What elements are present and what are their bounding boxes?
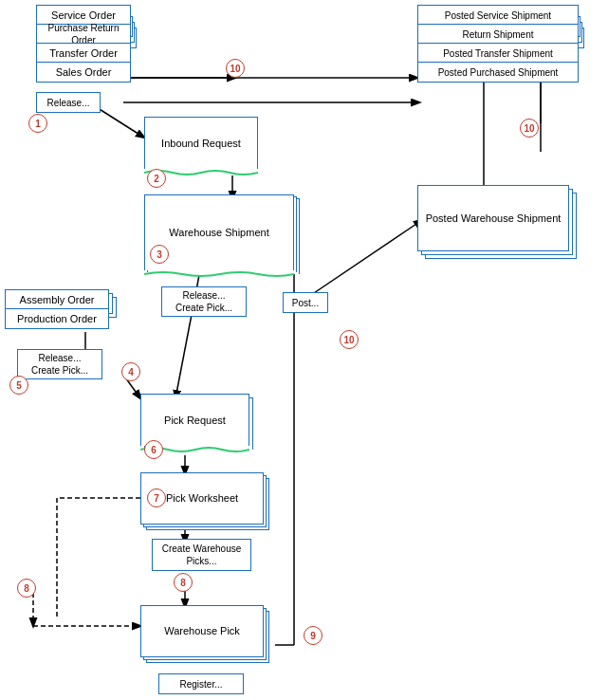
diagram: Service Order Purchase Return Order Tran…	[0, 0, 608, 700]
posted-purchased-shipment-box: Posted Purchased Shipment	[417, 62, 579, 83]
return-shipment-box: Return Shipment	[417, 24, 579, 45]
sales-order-box: Sales Order	[36, 62, 131, 83]
release-create-pick2-button[interactable]: Release... Create Pick...	[17, 349, 102, 379]
warehouse-wavy-svg	[144, 270, 294, 284]
posted-warehouse-stack: Posted Warehouse Shipment	[417, 185, 569, 251]
assembly-production-stack: Assembly Order Production Order	[5, 289, 109, 310]
circle-2: 2	[147, 169, 166, 188]
production-order-box: Production Order	[5, 308, 109, 329]
warehouse-shipment-container: Warehouse Shipment	[144, 194, 294, 284]
circle-5: 5	[9, 376, 28, 395]
release-button[interactable]: Release...	[36, 92, 101, 113]
circle-1: 1	[28, 114, 47, 133]
purchase-return-box: Purchase Return Order	[36, 24, 131, 45]
warehouse-pick-stack: Warehouse Pick	[140, 605, 264, 657]
svg-line-5	[308, 220, 422, 297]
circle-3: 3	[150, 245, 169, 264]
svg-line-2	[95, 106, 144, 138]
circle-4: 4	[121, 362, 140, 381]
posted-service-shipment-box: Posted Service Shipment	[417, 5, 579, 26]
circle-9: 9	[304, 626, 322, 645]
release-create-pick-button[interactable]: Release... Create Pick...	[161, 286, 247, 317]
posted-transfer-shipment-box: Posted Transfer Shipment	[417, 43, 579, 64]
circle-6: 6	[144, 440, 163, 459]
circle-8a: 8	[174, 573, 193, 592]
posted-warehouse-shipment-box: Posted Warehouse Shipment	[417, 185, 569, 251]
circle-8b: 8	[17, 579, 36, 598]
pick-request-box: Pick Request	[140, 394, 249, 446]
warehouse-pick-box: Warehouse Pick	[140, 605, 264, 657]
assembly-order-box: Assembly Order	[5, 289, 109, 310]
transfer-order-box: Transfer Order	[36, 43, 131, 64]
post-button[interactable]: Post...	[283, 292, 328, 313]
circle-10a: 10	[226, 59, 245, 78]
posted-stack-top: Posted Service Shipment Return Shipment …	[417, 5, 579, 26]
circle-7: 7	[147, 488, 166, 507]
circle-10c: 10	[340, 330, 359, 349]
create-warehouse-picks-button[interactable]: Create Warehouse Picks...	[152, 539, 251, 571]
register-button[interactable]: Register...	[158, 673, 244, 694]
inbound-request-box: Inbound Request	[144, 117, 258, 169]
circle-10b: 10	[520, 119, 539, 138]
